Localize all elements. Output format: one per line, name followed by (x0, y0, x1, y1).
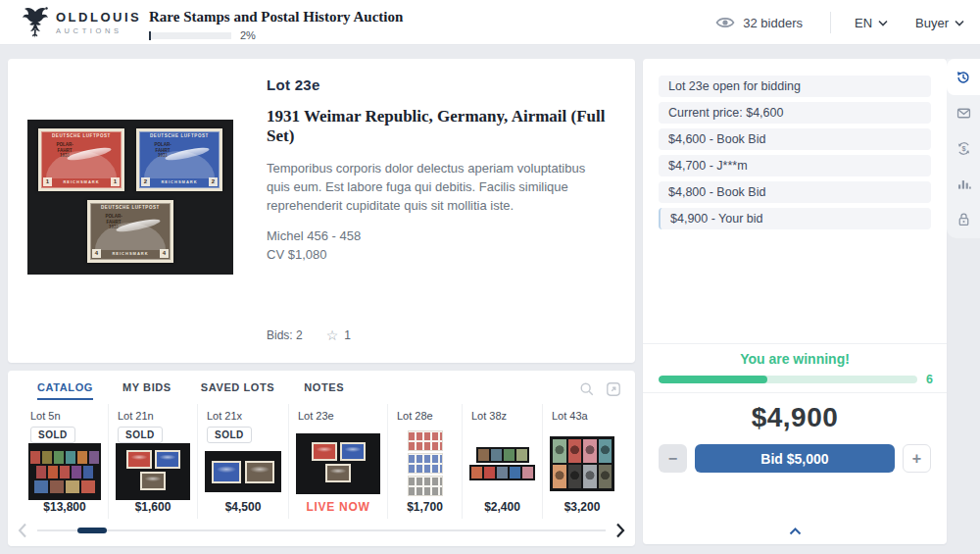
lot-number: Lot 23e (267, 76, 612, 93)
catalog-card-thumbnail (28, 443, 101, 500)
catalog-scrollbar (18, 522, 625, 539)
auction-progress-label: 2% (240, 29, 256, 41)
bid-history-list: Lot 23e open for bidding Current price: … (659, 76, 931, 234)
brand-logo[interactable]: OLDLOUIS AUCTIONS (22, 6, 141, 38)
catalog-card-thumbnail (296, 427, 380, 500)
lot-panel: DEUTSCHE LUFTPOST POLAR- FAHRT 1931 1 RE… (8, 59, 635, 363)
side-icon-rail: $ (947, 59, 980, 238)
chevron-up-icon (789, 528, 802, 535)
lot-image[interactable]: DEUTSCHE LUFTPOST POLAR- FAHRT 1931 1 RE… (27, 120, 233, 275)
scroll-left-button[interactable] (18, 523, 27, 538)
sold-badge: SOLD (30, 427, 75, 443)
bid-history-item: $4,800 - Book Bid (659, 181, 931, 203)
stamp-value: 4 (92, 249, 101, 258)
brand-text: OLDLOUIS AUCTIONS (56, 10, 141, 35)
catalog-card-lot-23e[interactable]: Lot 23e LIVE NOW (289, 404, 388, 519)
catalog-card-lot-label: Lot 21x (207, 410, 281, 422)
catalog-card-lot-38z[interactable]: Lot 38z $2,400 (463, 404, 543, 519)
rail-tab-messages[interactable] (947, 95, 980, 130)
catalog-card-thumbnail (469, 427, 535, 500)
catalog-card-lot-28e[interactable]: Lot 28e $1,700 (388, 404, 463, 519)
eye-icon (715, 16, 735, 29)
svg-text:$: $ (961, 144, 965, 153)
winning-status: You are winning! (643, 351, 947, 367)
expand-icon[interactable] (606, 381, 621, 397)
favorites-count: 1 (344, 328, 351, 342)
tab-notes[interactable]: NOTES (304, 381, 344, 400)
language-dropdown[interactable]: EN (855, 16, 888, 30)
catalog-card-lot-label: Lot 21n (118, 410, 190, 422)
lock-icon (956, 211, 972, 227)
bid-history-item: Lot 23e open for bidding (659, 76, 931, 97)
catalog-panel: CATALOG MY BIDS SAVED LOTS NOTES Lot 5n … (8, 371, 635, 546)
rail-tab-stats[interactable] (947, 166, 980, 201)
lot-title: 1931 Weimar Republic, Germany, Airmail (… (267, 107, 612, 146)
collapse-panel-button[interactable] (643, 528, 947, 535)
stamp-top-text: DEUTSCHE LUFTPOST (139, 131, 220, 138)
lot-catalog-value: CV $1,080 (267, 247, 612, 262)
bid-history-item: $4,600 - Book Bid (659, 128, 931, 150)
auction-progress-fill (149, 31, 151, 40)
bar-chart-icon (956, 176, 972, 192)
rail-tab-security[interactable] (947, 201, 980, 236)
header: OLDLOUIS AUCTIONS Rare Stamps and Postal… (0, 0, 980, 45)
lot-meta: Bids: 2 ☆ 1 (267, 327, 351, 343)
stamp-value: 1 (111, 177, 120, 186)
bid-history-item: Current price: $4,600 (659, 102, 931, 124)
catalog-card-thumbnail (116, 443, 190, 500)
lot-catalog-reference: Michel 456 - 458 (267, 228, 612, 243)
chevron-left-icon (18, 523, 27, 538)
tab-my-bids[interactable]: MY BIDS (122, 381, 172, 400)
role-label: Buyer (915, 16, 949, 30)
decrease-bid-button[interactable]: − (659, 444, 687, 473)
scroll-thumb[interactable] (77, 528, 107, 533)
bid-history-item-your-bid: $4,900 - Your bid (659, 208, 931, 229)
catalog-card-price: $3,200 (550, 500, 614, 514)
catalog-card-lot-label: Lot 5n (30, 410, 101, 422)
stamp-top-text: DEUTSCHE LUFTPOST (41, 131, 122, 138)
auction-title: Rare Stamps and Postal History Auction (149, 9, 403, 25)
tab-catalog[interactable]: CATALOG (37, 381, 93, 400)
tab-saved-lots[interactable]: SAVED LOTS (201, 381, 274, 400)
catalog-card-lot-5n[interactable]: Lot 5n SOLD $13,800 (22, 404, 109, 519)
bids-count: Bids: 2 (267, 328, 303, 342)
catalog-toolbar (579, 381, 621, 397)
live-now-label: LIVE NOW (296, 500, 380, 514)
bid-controls: − Bid $5,000 + (659, 444, 931, 473)
winning-progress: 6 (659, 373, 933, 386)
catalog-card-thumbnail (395, 427, 455, 500)
rail-tab-currency[interactable]: $ (947, 130, 980, 166)
increase-bid-button[interactable]: + (903, 444, 931, 473)
bidders-count-label: 32 bidders (743, 16, 803, 30)
history-icon (955, 69, 972, 86)
catalog-card-lot-43a[interactable]: Lot 43a $3,200 (543, 404, 621, 519)
place-bid-button[interactable]: Bid $5,000 (695, 444, 895, 473)
stamp-value: 2 (141, 177, 150, 186)
favorite-star-icon[interactable]: ☆ (326, 327, 339, 343)
chevron-down-icon (878, 20, 888, 26)
brand-subtitle: AUCTIONS (56, 26, 141, 35)
catalog-card-lot-label: Lot 43a (552, 410, 614, 422)
catalog-card-lot-21n[interactable]: Lot 21n SOLD $1,600 (109, 404, 198, 519)
stamp-unit: REICHSMARK (161, 179, 197, 184)
sold-badge: SOLD (118, 427, 163, 443)
bid-history-item: $4,700 - J***m (659, 155, 931, 176)
rail-tab-history[interactable] (947, 59, 980, 95)
search-icon[interactable] (579, 381, 595, 397)
stamp-1-reichsmark: DEUTSCHE LUFTPOST POLAR- FAHRT 1931 1 RE… (38, 128, 124, 191)
scroll-track[interactable] (37, 529, 606, 531)
phoenix-logo-icon (22, 6, 49, 38)
sold-badge: SOLD (207, 427, 252, 443)
catalog-card-lot-label: Lot 28e (397, 410, 455, 422)
role-dropdown[interactable]: Buyer (915, 16, 964, 30)
panel-divider (643, 392, 947, 393)
scroll-right-button[interactable] (615, 523, 625, 538)
bidders-count: 32 bidders (715, 16, 803, 30)
stamp-value: 1 (43, 177, 52, 186)
catalog-card-price: $4,500 (205, 500, 281, 514)
catalog-card-lot-21x[interactable]: Lot 21x SOLD $4,500 (198, 404, 289, 519)
stamp-value: 4 (160, 249, 169, 258)
panel-divider (643, 343, 947, 344)
lot-info: Lot 23e 1931 Weimar Republic, Germany, A… (267, 76, 612, 262)
catalog-card-price: $1,600 (116, 500, 190, 514)
